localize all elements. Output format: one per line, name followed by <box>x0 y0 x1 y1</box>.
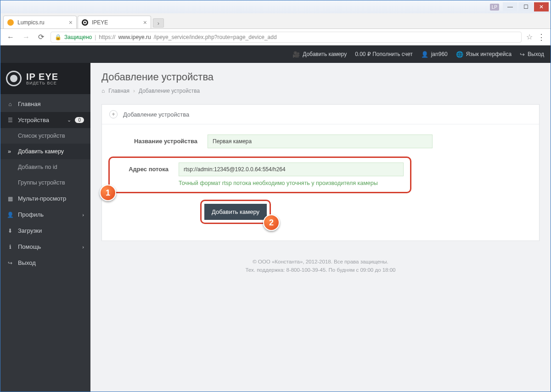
page-title: Добавление устройства <box>101 71 540 83</box>
user-icon: 👤 <box>421 51 428 58</box>
lock-icon: 🔒 <box>55 34 62 40</box>
globe-icon: 🌐 <box>456 51 463 58</box>
footer: © ООО «Константа», 2012-2018. Все права … <box>90 252 551 284</box>
url-input[interactable]: 🔒 Защищено | https://www.ipeye.ru/ipeye_… <box>51 32 522 43</box>
tab-close-icon[interactable]: × <box>143 19 147 26</box>
panel-title: Добавление устройства <box>123 111 189 118</box>
sidebar-nav: ⌂Главная ☰Устройства ⌄0 Список устройств… <box>0 94 90 392</box>
form-row-stream: Адрес потока Точный формат rtsp потока н… <box>116 162 404 186</box>
plus-icon[interactable]: + <box>109 110 118 118</box>
topbar-logout[interactable]: ↪Выход <box>520 51 544 58</box>
panel-body: Название устройства Адрес потока Точный … <box>102 124 539 241</box>
callout-badge-2: 2 <box>263 214 280 231</box>
logout-icon: ↪ <box>7 260 13 266</box>
device-name-label: Название устройства <box>116 134 208 145</box>
logo-subtitle: ВИДЕТЬ ВСЕ <box>26 81 58 85</box>
url-host: www.ipeye.ru <box>118 34 151 40</box>
app-root: 🎥Добавить камеру 0.00 ₽ Пополнить счет 👤… <box>0 45 551 392</box>
browser-tabstrip: Lumpics.ru × IPEYE × › <box>0 13 551 29</box>
sidebar-item-profile[interactable]: 👤Профиль› <box>0 207 90 223</box>
highlight-stream: Адрес потока Точный формат rtsp потока н… <box>108 157 411 193</box>
info-icon: ℹ <box>7 244 13 250</box>
page-header: Добавление устройства ⌂ Главная › Добавл… <box>90 63 551 99</box>
reload-button[interactable]: ⟳ <box>36 31 46 43</box>
logo-title: IP EYE <box>26 72 58 81</box>
sidebar-item-device-list[interactable]: Список устройств <box>0 128 90 144</box>
add-camera-button[interactable]: Добавить камеру <box>204 204 267 220</box>
stream-address-input[interactable] <box>179 162 404 176</box>
new-tab-button[interactable]: › <box>153 18 164 28</box>
form-row-name: Название устройства <box>116 134 525 148</box>
logo[interactable]: IP EYE ВИДЕТЬ ВСЕ <box>0 63 90 94</box>
panel-header: + Добавление устройства <box>102 105 539 124</box>
sidebar-item-add-by-id[interactable]: Добавить по id <box>0 159 90 175</box>
url-path: /ipeye_service/index.php?route=page_devi… <box>154 34 277 40</box>
panel-add-device: + Добавление устройства Название устройс… <box>101 104 540 241</box>
stream-address-label: Адрес потока <box>116 162 179 173</box>
favicon-icon <box>82 19 88 26</box>
url-proto: https:// <box>99 34 115 40</box>
camera-icon: 🎥 <box>292 51 300 58</box>
window-frame: LP — ☐ ✕ Lumpics.ru × IPEYE × › ← → ⟳ 🔒 … <box>0 0 551 392</box>
footer-support: Тех. поддержка: 8-800-100-39-45. По будн… <box>90 266 551 274</box>
secure-label: Защищено <box>64 34 92 40</box>
sidebar-item-devices[interactable]: ☰Устройства ⌄0 <box>0 112 90 128</box>
list-icon: ☰ <box>7 117 13 123</box>
home-icon: ⌂ <box>7 101 13 107</box>
sidebar-item-multiview[interactable]: ▦Мульти-просмотр <box>0 190 90 207</box>
window-close-button[interactable]: ✕ <box>534 2 549 11</box>
tab-close-icon[interactable]: × <box>69 19 73 26</box>
device-name-input[interactable] <box>208 134 433 148</box>
topbar-language[interactable]: 🌐Язык интерфейса <box>456 51 512 58</box>
sidebar-item-help[interactable]: ℹПомощь› <box>0 239 90 255</box>
sidebar-item-home[interactable]: ⌂Главная <box>0 96 90 112</box>
chevron-right-icon: › <box>133 88 135 94</box>
sidebar-item-logout[interactable]: ↪Выход <box>0 255 90 271</box>
home-icon: ⌂ <box>101 88 105 94</box>
highlight-submit: Добавить камеру 2 <box>200 200 271 224</box>
user-icon: 👤 <box>7 212 13 218</box>
chevron-down-icon: ⌄ <box>67 117 71 123</box>
tab-title: Lumpics.ru <box>17 19 65 26</box>
window-minimize-button[interactable]: — <box>503 2 517 11</box>
download-icon: ⬇ <box>7 228 13 234</box>
sidebar: IP EYE ВИДЕТЬ ВСЕ ⌂Главная ☰Устройства ⌄… <box>0 63 90 392</box>
bookmark-icon[interactable]: ☆ <box>526 33 533 41</box>
content: Добавление устройства ⌂ Главная › Добавл… <box>90 63 551 392</box>
sidebar-item-downloads[interactable]: ⬇Загрузки <box>0 223 90 239</box>
browser-addressbar: ← → ⟳ 🔒 Защищено | https://www.ipeye.ru/… <box>0 29 551 45</box>
browser-tab[interactable]: IPEYE × <box>78 16 151 28</box>
topbar-user[interactable]: 👤jan960 <box>421 51 448 58</box>
devices-badge: 0 <box>75 117 84 123</box>
callout-badge-1: 1 <box>100 185 116 201</box>
grid-icon: ▦ <box>7 196 13 202</box>
breadcrumb-home[interactable]: Главная <box>108 88 129 94</box>
forward-button[interactable]: → <box>21 31 32 43</box>
browser-menu-icon[interactable]: ⋮ <box>537 32 546 42</box>
window-titlebar: LP — ☐ ✕ <box>0 0 551 13</box>
topbar-balance[interactable]: 0.00 ₽ Пополнить счет <box>355 51 413 57</box>
footer-copyright: © ООО «Константа», 2012-2018. Все права … <box>90 258 551 266</box>
app-body: IP EYE ВИДЕТЬ ВСЕ ⌂Главная ☰Устройства ⌄… <box>0 63 551 392</box>
browser-tab[interactable]: Lumpics.ru × <box>3 16 77 28</box>
logo-eye-icon <box>6 71 22 86</box>
back-button[interactable]: ← <box>5 31 16 43</box>
sidebar-item-add-camera[interactable]: Добавить камеру <box>0 144 90 159</box>
sidebar-item-device-groups[interactable]: Группы устройств <box>0 175 90 190</box>
app-topbar: 🎥Добавить камеру 0.00 ₽ Пополнить счет 👤… <box>0 45 551 63</box>
logout-icon: ↪ <box>520 51 525 58</box>
chevron-right-icon: › <box>82 212 84 218</box>
window-maximize-button[interactable]: ☐ <box>518 2 533 11</box>
tab-title: IPEYE <box>92 19 140 26</box>
stream-help-text: Точный формат rtsp потока необходимо уто… <box>179 180 404 186</box>
window-badge: LP <box>490 4 499 11</box>
chevron-right-icon: › <box>82 244 84 250</box>
topbar-add-camera[interactable]: 🎥Добавить камеру <box>292 51 347 58</box>
favicon-icon <box>7 19 14 26</box>
breadcrumb-current: Добавление устройства <box>139 88 200 94</box>
breadcrumb: ⌂ Главная › Добавление устройства <box>101 88 540 94</box>
